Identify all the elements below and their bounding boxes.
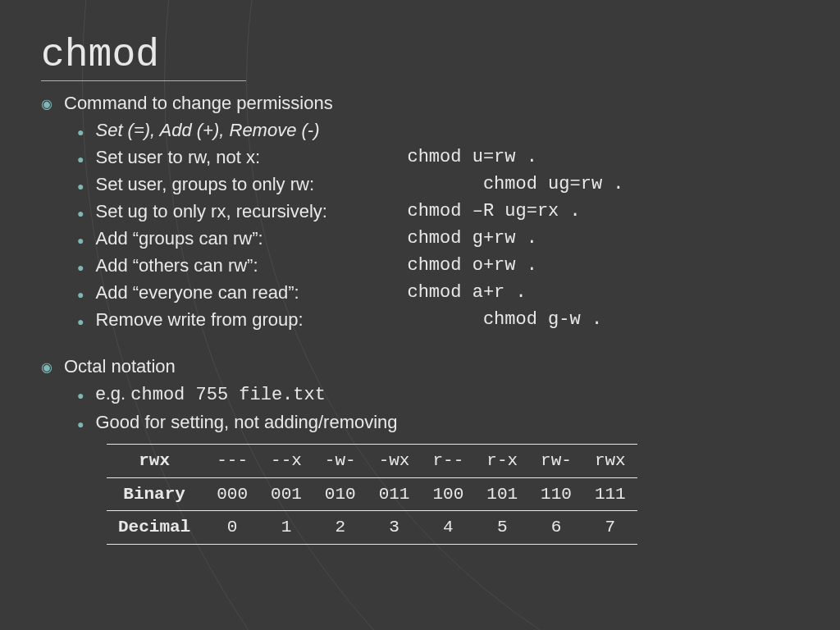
table-cell: 4 bbox=[421, 511, 475, 545]
table-cell: 001 bbox=[259, 477, 313, 511]
table-cell: 110 bbox=[529, 477, 583, 511]
command-desc: Add “everyone can read”: bbox=[95, 279, 407, 306]
command-code: chmod –R ug=rx . bbox=[407, 198, 580, 225]
table-cell: 3 bbox=[368, 511, 422, 545]
section-2-heading: Octal notation bbox=[64, 353, 176, 380]
table-cell: -w- bbox=[313, 445, 368, 478]
table-cell: --- bbox=[205, 445, 259, 478]
eg-cmd: chmod 755 file.txt bbox=[130, 385, 326, 405]
command-row-inner: Set ug to only rx, recursively:chmod –R … bbox=[95, 198, 735, 225]
command-row: ●Remove write from group: chmod g-w . bbox=[77, 306, 799, 333]
table-row-label: rwx bbox=[107, 445, 205, 478]
table-cell: r-x bbox=[475, 445, 529, 478]
command-row: ●Set user, groups to only rw: chmod ug=r… bbox=[77, 171, 799, 198]
eg-prefix: e.g. bbox=[95, 383, 130, 404]
section-1-heading: Command to change permissions bbox=[64, 89, 333, 116]
bullet-icon: ● bbox=[77, 124, 84, 141]
table-cell: 111 bbox=[583, 477, 637, 511]
command-code: chmod o+rw . bbox=[407, 252, 536, 279]
table-row: Decimal01234567 bbox=[107, 511, 637, 545]
table-cell: 5 bbox=[475, 511, 529, 545]
command-row: ●Add “groups can rw”:chmod g+rw . bbox=[77, 225, 799, 252]
command-desc: Set user to rw, not x: bbox=[95, 144, 407, 171]
table-cell: 1 bbox=[259, 511, 313, 545]
note-row: ● Good for setting, not adding/removing bbox=[77, 409, 799, 436]
command-row-inner: Add “others can rw”:chmod o+rw . bbox=[95, 252, 735, 279]
slide: chmod ◉ Command to change permissions ● … bbox=[0, 0, 840, 630]
table-cell: 101 bbox=[475, 477, 529, 511]
bullet-icon: ● bbox=[77, 416, 84, 433]
command-row-inner: Set user, groups to only rw: chmod ug=rw… bbox=[95, 171, 735, 198]
bullet-icon: ● bbox=[77, 205, 84, 222]
command-code: chmod g-w . bbox=[407, 306, 602, 333]
bullet-icon: ● bbox=[77, 286, 84, 304]
permissions-table: rwx-----x-w--wxr--r-xrw-rwxBinary0000010… bbox=[107, 444, 637, 545]
command-row-inner: Add “everyone can read”:chmod a+r . bbox=[95, 279, 735, 306]
slide-content: ◉ Command to change permissions ● Set (=… bbox=[41, 89, 799, 545]
command-row: ●Add “everyone can read”:chmod a+r . bbox=[77, 279, 799, 306]
command-code: chmod a+r . bbox=[407, 279, 526, 306]
table-cell: 010 bbox=[313, 477, 368, 511]
slide-title: chmod bbox=[41, 33, 246, 81]
table-cell: 6 bbox=[529, 511, 583, 545]
table-cell: --x bbox=[259, 445, 313, 478]
table-cell: r-- bbox=[421, 445, 475, 478]
table-cell: 0 bbox=[205, 511, 259, 545]
table-row: Binary000001010011100101110111 bbox=[107, 477, 637, 511]
bullet-icon: ● bbox=[77, 178, 84, 195]
table-cell: -wx bbox=[368, 445, 422, 478]
example-row: ● e.g. chmod 755 file.txt bbox=[77, 380, 799, 409]
table-cell: 7 bbox=[583, 511, 637, 545]
command-row-inner: Set user to rw, not x:chmod u=rw . bbox=[95, 144, 735, 171]
table-row-label: Decimal bbox=[107, 511, 205, 545]
table-row-label: Binary bbox=[107, 477, 205, 511]
bullet-icon: ● bbox=[77, 313, 84, 331]
table-cell: 000 bbox=[205, 477, 259, 511]
target-icon: ◉ bbox=[41, 94, 52, 114]
command-desc: Add “groups can rw”: bbox=[95, 225, 407, 252]
command-code: chmod ug=rw . bbox=[407, 171, 623, 198]
command-desc: Set ug to only rx, recursively: bbox=[95, 198, 407, 225]
command-row-inner: Remove write from group: chmod g-w . bbox=[95, 306, 735, 333]
table-cell: rw- bbox=[529, 445, 583, 478]
bullet-icon: ● bbox=[77, 232, 84, 249]
modes-text: Set (=), Add (+), Remove (-) bbox=[95, 116, 319, 144]
command-row: ●Set user to rw, not x:chmod u=rw . bbox=[77, 144, 799, 171]
table-cell: 2 bbox=[313, 511, 368, 545]
note-text: Good for setting, not adding/removing bbox=[95, 409, 397, 436]
section-2-heading-row: ◉ Octal notation bbox=[41, 353, 799, 380]
command-desc: Add “others can rw”: bbox=[95, 252, 407, 279]
target-icon: ◉ bbox=[41, 358, 52, 377]
command-row: ●Add “others can rw”:chmod o+rw . bbox=[77, 252, 799, 279]
command-row: ●Set ug to only rx, recursively:chmod –R… bbox=[77, 198, 799, 225]
table-cell: rwx bbox=[583, 445, 637, 478]
command-row-inner: Add “groups can rw”:chmod g+rw . bbox=[95, 225, 735, 252]
bullet-icon: ● bbox=[77, 387, 84, 404]
command-desc: Set user, groups to only rw: bbox=[95, 171, 407, 198]
bullet-icon: ● bbox=[77, 259, 84, 276]
table-row: rwx-----x-w--wxr--r-xrw-rwx bbox=[107, 445, 637, 478]
table-cell: 100 bbox=[421, 477, 475, 511]
command-code: chmod g+rw . bbox=[407, 225, 536, 252]
example-text: e.g. chmod 755 file.txt bbox=[95, 380, 325, 409]
command-desc: Remove write from group: bbox=[95, 306, 407, 333]
table-cell: 011 bbox=[368, 477, 422, 511]
modes-row: ● Set (=), Add (+), Remove (-) bbox=[77, 116, 799, 144]
section-1-heading-row: ◉ Command to change permissions bbox=[41, 89, 799, 116]
command-code: chmod u=rw . bbox=[407, 144, 536, 171]
bullet-icon: ● bbox=[77, 151, 84, 168]
command-list: ●Set user to rw, not x:chmod u=rw .●Set … bbox=[41, 144, 799, 333]
